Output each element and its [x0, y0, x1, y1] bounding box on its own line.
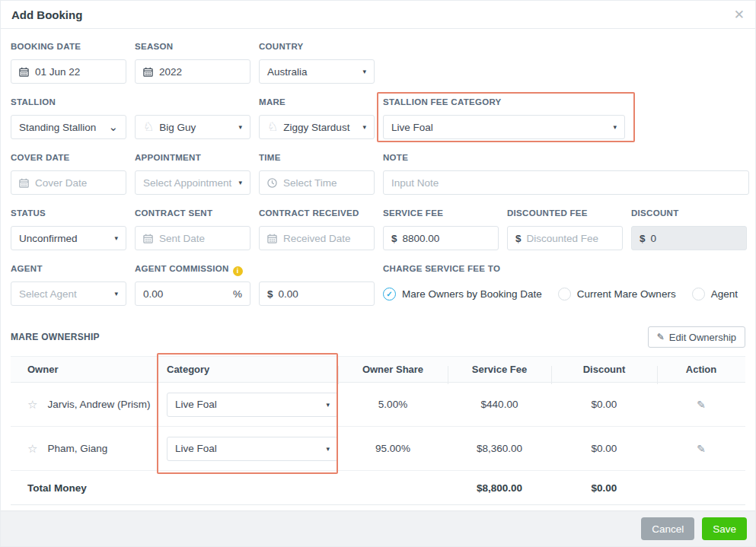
radio-current-mare-owners[interactable]: Current Mare Owners: [558, 288, 676, 301]
discount-label: DISCOUNT: [631, 208, 747, 219]
dollar-prefix: $: [267, 288, 273, 300]
agent-group: AGENT Select Agent ▾: [11, 264, 126, 306]
service-fee-value: 8800.00: [403, 233, 440, 244]
season-input[interactable]: 2022: [135, 59, 250, 84]
country-value: Australia: [267, 66, 308, 78]
calendar-icon: [143, 234, 153, 243]
modal-title: Add Booking: [11, 8, 82, 21]
col-owner-share: Owner Share: [338, 364, 448, 375]
caret-down-icon: ▾: [110, 290, 118, 297]
radio-unselected-icon: [558, 288, 571, 301]
agent-commission-percent-input[interactable]: 0.00 %: [135, 281, 250, 306]
booking-date-value: 01 Jun 22: [35, 66, 80, 78]
stallion-fee-category-select[interactable]: Live Foal ▾: [383, 115, 625, 139]
close-icon[interactable]: ✕: [734, 8, 745, 21]
agent-commission-amount-group: $ 0.00: [259, 264, 375, 306]
edit-ownership-button[interactable]: ✎ Edit Ownership: [648, 326, 745, 348]
radio-agent[interactable]: Agent: [692, 288, 738, 301]
horse-icon: ♘: [143, 121, 154, 133]
agent-select[interactable]: Select Agent ▾: [11, 281, 126, 306]
note-placeholder: Input Note: [391, 177, 439, 189]
chevron-down-icon: ⌄: [104, 124, 118, 130]
modal-footer: Cancel Save: [1, 510, 755, 546]
discount-value: 0: [651, 233, 657, 244]
clock-icon: [267, 178, 277, 188]
charge-service-fee-group: CHARGE SERVICE FEE TO ✓ Mare Owners by B…: [383, 264, 745, 306]
discounted-fee-group: DISCOUNTED FEE $ Discounted Fee: [507, 208, 623, 250]
stallion-fee-category-group: STALLION FEE CATEGORY Live Foal ▾: [383, 97, 625, 139]
add-booking-modal: Add Booking ✕ BOOKING DATE 01 Jun 22 SEA…: [0, 0, 756, 547]
caret-down-icon: ▾: [321, 401, 330, 409]
star-icon[interactable]: ☆: [27, 442, 37, 456]
appointment-select[interactable]: Select Appointment ▾: [135, 170, 250, 195]
dollar-prefix: $: [391, 233, 397, 244]
radio-mare-owners-by-booking-date[interactable]: ✓ Mare Owners by Booking Date: [383, 288, 542, 301]
country-select[interactable]: Australia ▾: [259, 59, 375, 84]
season-label: SEASON: [135, 42, 250, 52]
total-row: Total Money $8,800.00 $0.00: [11, 471, 745, 505]
stallion-group: STALLION Standing Stallion ⌄: [11, 97, 126, 139]
calendar-icon: [19, 67, 29, 77]
cancel-button[interactable]: Cancel: [641, 517, 694, 540]
service-fee-input[interactable]: $ 8800.00: [383, 226, 499, 250]
save-button[interactable]: Save: [702, 517, 747, 540]
mare-label: MARE: [259, 97, 375, 108]
time-label: TIME: [259, 153, 375, 164]
contract-sent-input[interactable]: Sent Date: [135, 226, 250, 250]
mare-value: Ziggy Stardust: [283, 122, 349, 133]
stallion-fee-category-value: Live Foal: [391, 122, 433, 133]
status-select[interactable]: Unconfirmed ▾: [11, 226, 126, 250]
discounted-fee-input[interactable]: $ Discounted Fee: [507, 226, 623, 250]
caret-down-icon: ▾: [358, 123, 366, 131]
row-category-select[interactable]: Live Foal ▾: [167, 437, 338, 461]
service-fee-label: SERVICE FEE: [383, 208, 499, 219]
service-fee-cell: $8,360.00: [448, 443, 551, 454]
discounted-fee-placeholder: Discounted Fee: [527, 233, 599, 244]
booking-date-input[interactable]: 01 Jun 22: [11, 59, 126, 84]
agent-commission-percent-group: AGENT COMMISSIONi 0.00 %: [135, 264, 250, 306]
form-row-4: STATUS Unconfirmed ▾ CONTRACT SENT Sent …: [11, 208, 745, 250]
total-label: Total Money: [11, 482, 157, 494]
mare-group: MARE ♘ Ziggy Stardust ▾: [259, 97, 375, 139]
stallion-name-select[interactable]: ♘ Big Guy ▾: [135, 115, 250, 139]
discount-input: $ 0: [631, 226, 747, 250]
calendar-icon: [267, 234, 277, 243]
mare-ownership-title: MARE OWNERSHIP: [11, 332, 100, 342]
modal-header: Add Booking ✕: [1, 1, 755, 29]
booking-date-group: BOOKING DATE 01 Jun 22: [11, 42, 126, 84]
col-category: Category: [157, 364, 338, 375]
info-icon[interactable]: i: [233, 266, 243, 276]
edit-row-pencil-icon[interactable]: ✎: [697, 443, 706, 455]
charge-service-fee-options: ✓ Mare Owners by Booking Date Current Ma…: [383, 281, 745, 306]
country-group: COUNTRY Australia ▾: [259, 42, 375, 84]
radio-selected-icon: ✓: [383, 288, 396, 301]
modal-body: BOOKING DATE 01 Jun 22 SEASON 2022 COUNT…: [1, 29, 755, 510]
note-input[interactable]: Input Note: [383, 170, 749, 195]
time-placeholder: Select Time: [283, 177, 337, 189]
charge-service-fee-label: CHARGE SERVICE FEE TO: [383, 264, 745, 275]
col-discount: Discount: [551, 364, 657, 375]
form-row-5: AGENT Select Agent ▾ AGENT COMMISSIONi 0…: [11, 264, 745, 306]
calendar-icon: [19, 178, 29, 188]
time-group: TIME Select Time: [259, 153, 375, 195]
star-icon[interactable]: ☆: [27, 398, 37, 412]
contract-received-input[interactable]: Received Date: [259, 226, 375, 250]
status-group: STATUS Unconfirmed ▾: [11, 208, 126, 250]
row-category-select[interactable]: Live Foal ▾: [167, 393, 338, 417]
time-input[interactable]: Select Time: [259, 170, 375, 195]
cover-date-input[interactable]: Cover Date: [11, 170, 126, 195]
appointment-placeholder: Select Appointment: [143, 177, 231, 189]
col-service-fee: Service Fee: [448, 364, 551, 375]
row-category-value: Live Foal: [175, 443, 217, 454]
mare-ownership-header: MARE OWNERSHIP ✎ Edit Ownership: [11, 326, 745, 348]
agent-commission-amount-value: 0.00: [279, 288, 298, 300]
stallion-type-select[interactable]: Standing Stallion ⌄: [11, 115, 126, 139]
service-fee-cell: $440.00: [448, 399, 551, 410]
row-category-value: Live Foal: [175, 399, 217, 410]
agent-commission-amount-input[interactable]: $ 0.00: [259, 281, 375, 306]
edit-row-pencil-icon[interactable]: ✎: [697, 399, 706, 411]
contract-received-placeholder: Received Date: [283, 233, 351, 244]
mare-select[interactable]: ♘ Ziggy Stardust ▾: [259, 115, 375, 139]
note-group: NOTE Input Note: [383, 153, 749, 195]
contract-sent-group: CONTRACT SENT Sent Date: [135, 208, 250, 250]
